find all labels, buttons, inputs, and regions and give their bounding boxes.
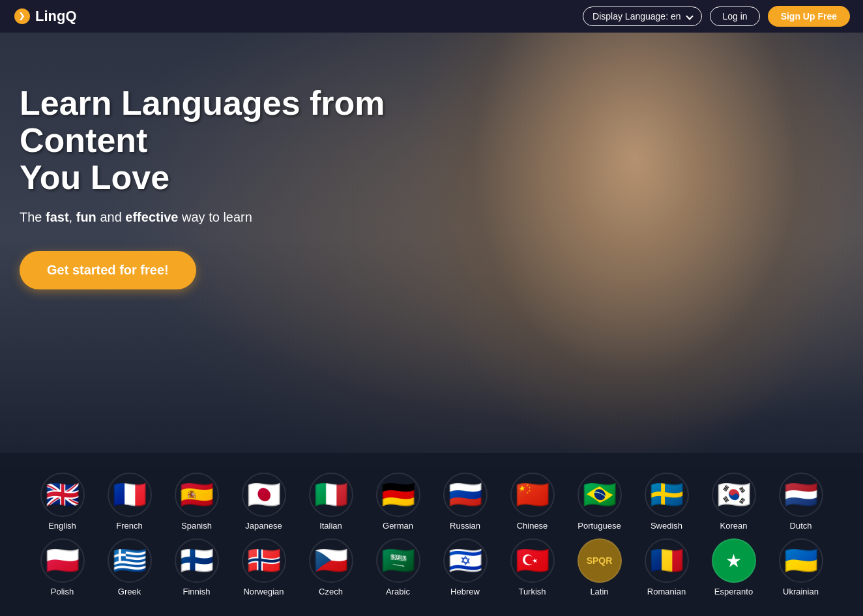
display-language-button[interactable]: Display Language: en [583,7,702,26]
language-label: English [48,521,76,531]
language-item-french[interactable]: 🇫🇷 French [96,473,163,531]
language-item-esperanto[interactable]: ★ Esperanto [700,538,767,596]
language-item-english[interactable]: 🇬🇧 English [29,473,96,531]
language-label: Arabic [386,587,410,596]
language-label: Korean [720,521,748,531]
language-item-japanese[interactable]: 🇯🇵 Japanese [230,473,297,531]
hero-section: Learn Languages from Content You Love Th… [0,0,863,469]
language-label: German [383,521,413,531]
language-item-polish[interactable]: 🇵🇱 Polish [29,538,96,596]
language-row-1: 🇬🇧 English 🇫🇷 French 🇪🇸 Spanish 🇯🇵 Japan… [7,473,856,531]
header: LingQ Display Language: en Log in Sign U… [0,0,863,33]
hero-person-image [407,26,863,469]
hero-content: Learn Languages from Content You Love Th… [20,85,411,289]
language-label: Chinese [517,521,548,531]
language-item-chinese[interactable]: 🇨🇳 Chinese [499,473,566,531]
language-label: Norwegian [243,587,284,596]
language-label: Turkish [518,587,546,596]
language-item-dutch[interactable]: 🇳🇱 Dutch [767,473,834,531]
language-item-turkish[interactable]: 🇹🇷 Turkish [499,538,566,596]
hero-subtitle: The fast, fun and effective way to learn [20,210,411,225]
chevron-down-icon [686,12,694,20]
signup-button[interactable]: Sign Up Free [768,6,850,27]
language-item-greek[interactable]: 🇬🇷 Greek [96,538,163,596]
language-item-latin[interactable]: SPQR Latin [566,538,633,596]
logo-text: LingQ [35,8,77,25]
language-label: Russian [450,521,480,531]
lingq-logo-icon [13,7,31,25]
language-item-ukrainian[interactable]: 🇺🇦 Ukrainian [767,538,834,596]
language-item-romanian[interactable]: 🇷🇴 Romanian [633,538,700,596]
language-label: Finnish [183,587,211,596]
language-item-arabic[interactable]: 🇸🇦 Arabic [364,538,432,596]
language-label: Polish [51,587,74,596]
language-label: Romanian [647,587,686,596]
language-label: Italian [319,521,342,531]
language-label: Spanish [181,521,212,531]
language-item-swedish[interactable]: 🇸🇪 Swedish [633,473,700,531]
language-label: Japanese [245,521,282,531]
language-item-german[interactable]: 🇩🇪 German [364,473,432,531]
logo[interactable]: LingQ [13,7,77,25]
language-row-2: 🇵🇱 Polish 🇬🇷 Greek 🇫🇮 Finnish 🇳🇴 Norwegi… [7,538,856,596]
language-item-russian[interactable]: 🇷🇺 Russian [432,473,499,531]
language-label: Esperanto [714,587,753,596]
language-item-italian[interactable]: 🇮🇹 Italian [297,473,364,531]
language-item-hebrew[interactable]: 🇮🇱 Hebrew [432,538,499,596]
language-label: Swedish [651,521,682,531]
hero-title: Learn Languages from Content You Love [20,85,411,197]
login-button[interactable]: Log in [710,7,759,26]
language-item-portuguese[interactable]: 🇧🇷 Portuguese [566,473,633,531]
cta-button[interactable]: Get started for free! [20,251,196,289]
header-right: Display Language: en Log in Sign Up Free [583,6,850,27]
language-label: French [116,521,142,531]
language-label: Portuguese [578,521,621,531]
language-item-finnish[interactable]: 🇫🇮 Finnish [163,538,230,596]
languages-section: 🇬🇧 English 🇫🇷 French 🇪🇸 Spanish 🇯🇵 Japan… [0,453,863,616]
language-label: Hebrew [450,587,480,596]
language-label: Latin [590,587,608,596]
language-label: Czech [319,587,343,596]
language-item-spanish[interactable]: 🇪🇸 Spanish [163,473,230,531]
language-label: Greek [118,587,141,596]
language-label: Ukrainian [783,587,819,596]
language-item-korean[interactable]: 🇰🇷 Korean [700,473,767,531]
language-label: Dutch [790,521,812,531]
language-item-norwegian[interactable]: 🇳🇴 Norwegian [230,538,297,596]
language-item-czech[interactable]: 🇨🇿 Czech [297,538,364,596]
